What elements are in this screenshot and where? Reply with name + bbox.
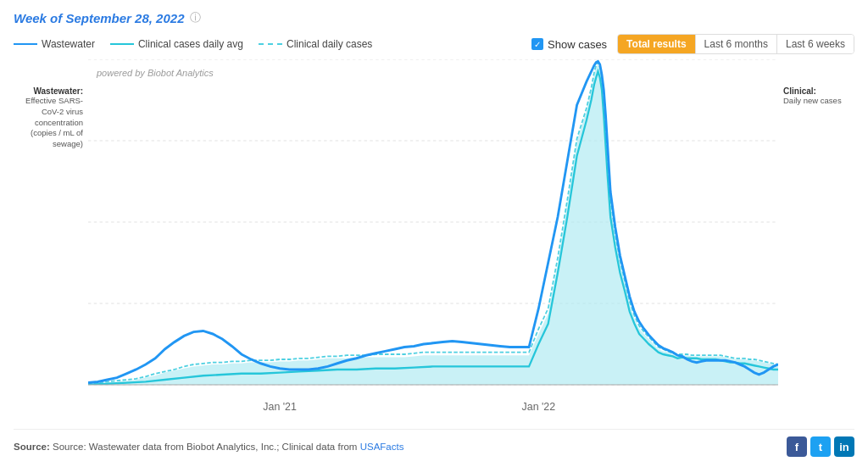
y-axis-right-sublabel: Daily new cases: [778, 96, 854, 107]
chart-controls: ✓ Show cases Total results Last 6 months…: [531, 34, 854, 54]
clinical-avg-line-icon: [110, 43, 134, 45]
clinical-daily-line-icon: [259, 43, 282, 45]
btn-last-6-weeks[interactable]: Last 6 weeks: [777, 35, 854, 53]
chart-area: Wastewater: Effective SARS-CoV-2 virus c…: [14, 59, 854, 425]
time-range-buttons[interactable]: Total results Last 6 months Last 6 weeks: [617, 34, 854, 54]
source-text: Source: Source: Wastewater data from Bio…: [14, 442, 403, 452]
legend-clinical-daily: Clinical daily cases: [259, 38, 372, 50]
powered-by-label: powered by Biobot Analytics: [97, 68, 214, 78]
legend-clinical-daily-label: Clinical daily cases: [287, 38, 372, 50]
facebook-icon[interactable]: f: [787, 436, 807, 457]
y-axis-left: Wastewater: Effective SARS-CoV-2 virus c…: [14, 59, 88, 425]
show-cases-checkbox[interactable]: ✓: [531, 38, 543, 50]
source-description: Source: Wastewater data from Biobot Anal…: [53, 442, 360, 452]
show-cases-label-text: Show cases: [548, 38, 607, 51]
info-icon[interactable]: ⓘ: [190, 10, 201, 25]
svg-text:Jan '22: Jan '22: [522, 400, 556, 413]
chart-svg: 0 1,000 2,000 3,000 4,000 0 500k 1M 1.5M…: [88, 59, 778, 425]
btn-total-results[interactable]: Total results: [618, 35, 695, 53]
y-axis-right-title: Clinical:: [778, 86, 854, 96]
chart-main: powered by Biobot Analytics 0 1,000 2,00…: [88, 59, 778, 425]
y-axis-right: Clinical: Daily new cases: [778, 59, 854, 425]
twitter-icon[interactable]: t: [810, 436, 831, 457]
svg-marker-17: [88, 64, 778, 385]
legend-clinical-avg: Clinical cases daily avg: [110, 38, 243, 50]
y-axis-left-title: Wastewater:: [33, 86, 88, 96]
linkedin-icon[interactable]: in: [834, 436, 854, 457]
legend-wastewater-label: Wastewater: [42, 38, 95, 50]
show-cases-control[interactable]: ✓ Show cases: [531, 38, 607, 51]
legend-clinical-avg-label: Clinical cases daily avg: [138, 38, 243, 50]
legend-wastewater: Wastewater: [14, 38, 95, 50]
usafacts-link[interactable]: USAFacts: [360, 442, 404, 452]
social-icons: f t in: [787, 436, 854, 457]
chart-legend: Wastewater Clinical cases daily avg Clin…: [14, 38, 372, 50]
y-axis-left-sublabel: Effective SARS-CoV-2 virus concentration…: [14, 96, 88, 425]
svg-text:Jan '21: Jan '21: [263, 400, 297, 413]
btn-last-6-months[interactable]: Last 6 months: [696, 35, 777, 53]
week-title: Week of September 28, 2022: [14, 11, 185, 25]
wastewater-line-icon: [14, 43, 37, 45]
footer: Source: Source: Wastewater data from Bio…: [14, 429, 854, 460]
